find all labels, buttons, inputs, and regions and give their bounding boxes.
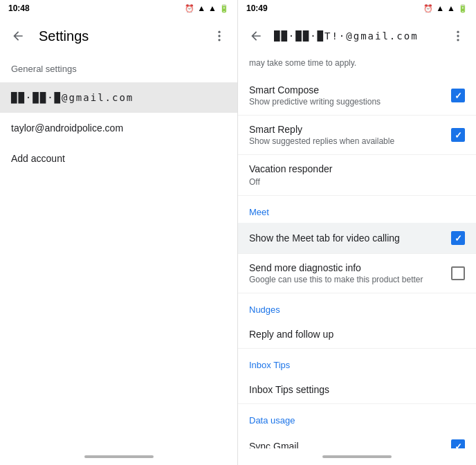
svg-point-3 xyxy=(457,31,459,33)
meet-tab-item[interactable]: Show the Meet tab for video calling ✓ xyxy=(238,223,476,254)
back-button[interactable] xyxy=(6,24,30,48)
right-header: ██·██·█T!·@gmail.com xyxy=(238,17,476,55)
smart-reply-sub: Show suggested replies when available xyxy=(249,136,451,146)
sync-gmail-item[interactable]: Sync Gmail ✓ xyxy=(238,431,476,448)
inbox-tips-section-header: Inbox Tips xyxy=(238,349,476,376)
svg-point-1 xyxy=(218,35,220,37)
smart-compose-text: Smart Compose Show predictive writing su… xyxy=(249,84,451,107)
smart-reply-label: Smart Reply xyxy=(249,124,451,135)
smart-compose-checkmark: ✓ xyxy=(455,91,462,100)
left-status-icons: ⏰ ▲ ▲ 🔋 xyxy=(185,3,229,13)
vacation-responder-label: Vacation responder xyxy=(249,163,465,174)
sync-gmail-text: Sync Gmail xyxy=(249,441,451,448)
left-panel: 10:48 ⏰ ▲ ▲ 🔋 Settings xyxy=(0,0,238,465)
battery-icon: 🔋 xyxy=(219,4,229,13)
vacation-responder-text: Vacation responder Off xyxy=(249,163,465,187)
sync-gmail-label: Sync Gmail xyxy=(249,441,451,448)
smart-compose-checkbox[interactable]: ✓ xyxy=(451,89,465,102)
data-usage-section-header: Data usage xyxy=(238,404,476,431)
smart-reply-checkmark: ✓ xyxy=(455,131,462,140)
svg-point-0 xyxy=(218,31,220,33)
left-status-bar: 10:48 ⏰ ▲ ▲ 🔋 xyxy=(0,0,237,17)
signal-icon: ▲ xyxy=(208,3,217,13)
right-home-indicator xyxy=(322,455,392,458)
smart-compose-label: Smart Compose xyxy=(249,84,451,95)
smart-compose-item[interactable]: Smart Compose Show predictive writing su… xyxy=(238,76,476,116)
account2-label: taylor@androidpolice.com xyxy=(11,122,123,134)
sync-gmail-checkbox[interactable]: ✓ xyxy=(451,439,465,448)
left-more-button[interactable] xyxy=(207,24,232,48)
right-status-icons: ⏰ ▲ ▲ 🔋 xyxy=(423,3,468,13)
right-alarm-icon: ⏰ xyxy=(423,4,433,13)
alarm-icon: ⏰ xyxy=(185,4,194,13)
left-time: 10:48 xyxy=(8,3,30,13)
right-panel: 10:49 ⏰ ▲ ▲ 🔋 ██·██·█T!·@gmail.com may t… xyxy=(238,0,476,465)
svg-point-5 xyxy=(457,39,459,41)
diagnostic-item[interactable]: Send more diagnostic info Google can use… xyxy=(238,254,476,293)
left-bottom-bar xyxy=(0,448,237,465)
smart-compose-sub: Show predictive writing suggestions xyxy=(249,97,451,107)
nudges-section-header: Nudges xyxy=(238,293,476,320)
diagnostic-label: Send more diagnostic info xyxy=(249,262,451,273)
apply-notice: may take some time to apply. xyxy=(238,55,476,76)
svg-point-4 xyxy=(457,35,459,37)
right-time: 10:49 xyxy=(246,3,268,13)
meet-section-header: Meet xyxy=(238,196,476,223)
nudges-text: Reply and follow up xyxy=(249,329,465,340)
inbox-tips-item[interactable]: Inbox Tips settings xyxy=(238,376,476,404)
general-settings-item[interactable]: General settings xyxy=(0,55,237,82)
account1-item[interactable]: ██·██·█@gmail.com xyxy=(0,82,237,113)
meet-tab-checkmark: ✓ xyxy=(455,234,462,243)
account2-item[interactable]: taylor@androidpolice.com xyxy=(0,113,237,143)
account1-label: ██·██·█@gmail.com xyxy=(11,92,134,103)
smart-reply-checkbox[interactable]: ✓ xyxy=(451,128,465,142)
inbox-tips-label: Inbox Tips settings xyxy=(249,384,465,395)
nav-list: General settings ██·██·█@gmail.com taylo… xyxy=(0,55,237,448)
nudges-label: Reply and follow up xyxy=(249,329,465,340)
meet-tab-text: Show the Meet tab for video calling xyxy=(249,232,451,244)
diagnostic-text: Send more diagnostic info Google can use… xyxy=(249,262,451,284)
svg-point-2 xyxy=(218,39,220,41)
right-wifi-icon: ▲ xyxy=(436,3,444,13)
meet-tab-label: Show the Meet tab for video calling xyxy=(249,232,451,244)
left-header: Settings xyxy=(0,17,237,55)
vacation-responder-value: Off xyxy=(249,177,465,187)
left-home-indicator xyxy=(84,455,154,458)
right-back-button[interactable] xyxy=(244,24,268,48)
diagnostic-sub: Google can use this to make this product… xyxy=(249,275,451,284)
right-signal-icon: ▲ xyxy=(447,3,455,13)
settings-scroll: may take some time to apply. Smart Compo… xyxy=(238,55,476,448)
settings-title: Settings xyxy=(39,28,199,44)
meet-tab-checkbox[interactable]: ✓ xyxy=(451,231,465,245)
vacation-responder-item[interactable]: Vacation responder Off xyxy=(238,155,476,196)
wifi-icon: ▲ xyxy=(197,3,205,13)
right-header-title: ██·██·█T!·@gmail.com xyxy=(274,30,440,42)
nudges-item[interactable]: Reply and follow up xyxy=(238,320,476,349)
smart-reply-item[interactable]: Smart Reply Show suggested replies when … xyxy=(238,116,476,155)
smart-reply-text: Smart Reply Show suggested replies when … xyxy=(249,124,451,146)
add-account-item[interactable]: Add account xyxy=(0,143,237,174)
right-status-bar: 10:49 ⏰ ▲ ▲ 🔋 xyxy=(238,0,476,17)
inbox-tips-text: Inbox Tips settings xyxy=(249,384,465,395)
right-battery-icon: 🔋 xyxy=(458,4,468,13)
sync-gmail-checkmark: ✓ xyxy=(455,442,462,449)
right-more-button[interactable] xyxy=(446,24,470,48)
diagnostic-checkbox[interactable]: ✓ xyxy=(451,266,465,280)
add-account-label: Add account xyxy=(11,153,65,164)
right-bottom-bar xyxy=(238,448,476,465)
